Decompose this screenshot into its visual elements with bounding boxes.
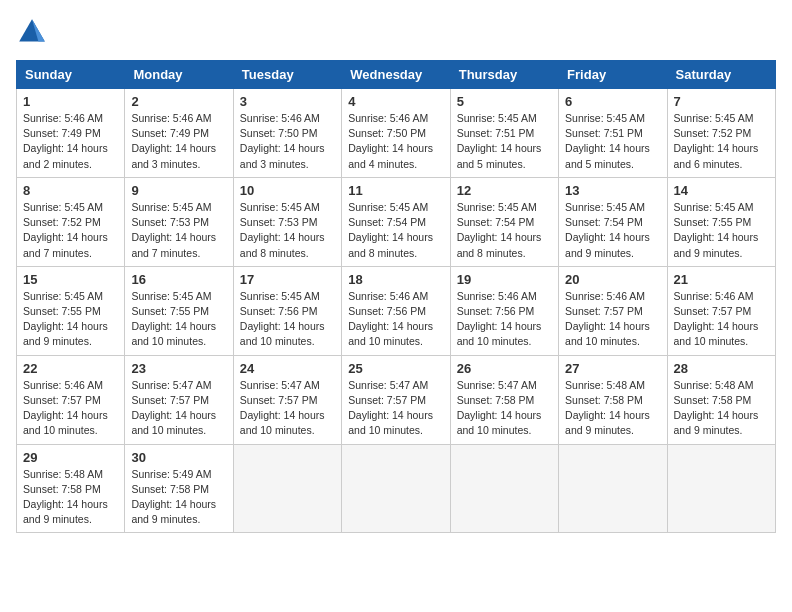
day-info: Sunrise: 5:47 AMSunset: 7:57 PMDaylight:… — [131, 378, 226, 439]
calendar-cell: 30Sunrise: 5:49 AMSunset: 7:58 PMDayligh… — [125, 444, 233, 533]
calendar-table: SundayMondayTuesdayWednesdayThursdayFrid… — [16, 60, 776, 533]
calendar-cell — [559, 444, 667, 533]
day-number: 30 — [131, 450, 226, 465]
day-info: Sunrise: 5:48 AMSunset: 7:58 PMDaylight:… — [23, 467, 118, 528]
calendar-cell: 15Sunrise: 5:45 AMSunset: 7:55 PMDayligh… — [17, 266, 125, 355]
day-info: Sunrise: 5:46 AMSunset: 7:57 PMDaylight:… — [565, 289, 660, 350]
day-info: Sunrise: 5:45 AMSunset: 7:56 PMDaylight:… — [240, 289, 335, 350]
calendar-cell: 9Sunrise: 5:45 AMSunset: 7:53 PMDaylight… — [125, 177, 233, 266]
day-info: Sunrise: 5:48 AMSunset: 7:58 PMDaylight:… — [674, 378, 769, 439]
day-info: Sunrise: 5:45 AMSunset: 7:54 PMDaylight:… — [565, 200, 660, 261]
day-info: Sunrise: 5:49 AMSunset: 7:58 PMDaylight:… — [131, 467, 226, 528]
calendar-cell: 3Sunrise: 5:46 AMSunset: 7:50 PMDaylight… — [233, 89, 341, 178]
calendar-cell — [342, 444, 450, 533]
day-number: 10 — [240, 183, 335, 198]
day-info: Sunrise: 5:45 AMSunset: 7:53 PMDaylight:… — [131, 200, 226, 261]
calendar-cell: 7Sunrise: 5:45 AMSunset: 7:52 PMDaylight… — [667, 89, 775, 178]
day-number: 6 — [565, 94, 660, 109]
day-info: Sunrise: 5:46 AMSunset: 7:49 PMDaylight:… — [23, 111, 118, 172]
calendar-week-1: 1Sunrise: 5:46 AMSunset: 7:49 PMDaylight… — [17, 89, 776, 178]
calendar-week-2: 8Sunrise: 5:45 AMSunset: 7:52 PMDaylight… — [17, 177, 776, 266]
day-info: Sunrise: 5:46 AMSunset: 7:50 PMDaylight:… — [240, 111, 335, 172]
day-number: 5 — [457, 94, 552, 109]
day-number: 18 — [348, 272, 443, 287]
day-number: 15 — [23, 272, 118, 287]
calendar-cell: 2Sunrise: 5:46 AMSunset: 7:49 PMDaylight… — [125, 89, 233, 178]
day-info: Sunrise: 5:47 AMSunset: 7:58 PMDaylight:… — [457, 378, 552, 439]
calendar-week-4: 22Sunrise: 5:46 AMSunset: 7:57 PMDayligh… — [17, 355, 776, 444]
page-header — [16, 16, 776, 48]
day-number: 25 — [348, 361, 443, 376]
calendar-cell: 18Sunrise: 5:46 AMSunset: 7:56 PMDayligh… — [342, 266, 450, 355]
day-number: 12 — [457, 183, 552, 198]
day-info: Sunrise: 5:46 AMSunset: 7:49 PMDaylight:… — [131, 111, 226, 172]
day-number: 3 — [240, 94, 335, 109]
logo — [16, 16, 52, 48]
day-info: Sunrise: 5:47 AMSunset: 7:57 PMDaylight:… — [348, 378, 443, 439]
day-info: Sunrise: 5:46 AMSunset: 7:56 PMDaylight:… — [457, 289, 552, 350]
day-info: Sunrise: 5:45 AMSunset: 7:55 PMDaylight:… — [131, 289, 226, 350]
day-info: Sunrise: 5:45 AMSunset: 7:51 PMDaylight:… — [457, 111, 552, 172]
logo-icon — [16, 16, 48, 48]
calendar-cell: 28Sunrise: 5:48 AMSunset: 7:58 PMDayligh… — [667, 355, 775, 444]
calendar-cell: 22Sunrise: 5:46 AMSunset: 7:57 PMDayligh… — [17, 355, 125, 444]
calendar-cell: 13Sunrise: 5:45 AMSunset: 7:54 PMDayligh… — [559, 177, 667, 266]
day-info: Sunrise: 5:45 AMSunset: 7:55 PMDaylight:… — [674, 200, 769, 261]
calendar-cell: 10Sunrise: 5:45 AMSunset: 7:53 PMDayligh… — [233, 177, 341, 266]
day-number: 1 — [23, 94, 118, 109]
calendar-cell: 29Sunrise: 5:48 AMSunset: 7:58 PMDayligh… — [17, 444, 125, 533]
col-header-tuesday: Tuesday — [233, 61, 341, 89]
col-header-thursday: Thursday — [450, 61, 558, 89]
day-number: 27 — [565, 361, 660, 376]
day-info: Sunrise: 5:46 AMSunset: 7:57 PMDaylight:… — [23, 378, 118, 439]
calendar-cell — [667, 444, 775, 533]
day-number: 9 — [131, 183, 226, 198]
calendar-cell: 23Sunrise: 5:47 AMSunset: 7:57 PMDayligh… — [125, 355, 233, 444]
day-info: Sunrise: 5:45 AMSunset: 7:55 PMDaylight:… — [23, 289, 118, 350]
day-number: 13 — [565, 183, 660, 198]
day-number: 24 — [240, 361, 335, 376]
calendar-cell: 26Sunrise: 5:47 AMSunset: 7:58 PMDayligh… — [450, 355, 558, 444]
day-info: Sunrise: 5:45 AMSunset: 7:54 PMDaylight:… — [457, 200, 552, 261]
day-number: 4 — [348, 94, 443, 109]
calendar-cell: 20Sunrise: 5:46 AMSunset: 7:57 PMDayligh… — [559, 266, 667, 355]
day-info: Sunrise: 5:45 AMSunset: 7:54 PMDaylight:… — [348, 200, 443, 261]
calendar-cell: 12Sunrise: 5:45 AMSunset: 7:54 PMDayligh… — [450, 177, 558, 266]
calendar-cell — [450, 444, 558, 533]
calendar-cell: 11Sunrise: 5:45 AMSunset: 7:54 PMDayligh… — [342, 177, 450, 266]
day-info: Sunrise: 5:45 AMSunset: 7:52 PMDaylight:… — [674, 111, 769, 172]
day-number: 22 — [23, 361, 118, 376]
calendar-cell: 6Sunrise: 5:45 AMSunset: 7:51 PMDaylight… — [559, 89, 667, 178]
calendar-cell: 5Sunrise: 5:45 AMSunset: 7:51 PMDaylight… — [450, 89, 558, 178]
day-number: 14 — [674, 183, 769, 198]
day-number: 23 — [131, 361, 226, 376]
calendar-week-5: 29Sunrise: 5:48 AMSunset: 7:58 PMDayligh… — [17, 444, 776, 533]
col-header-saturday: Saturday — [667, 61, 775, 89]
calendar-cell: 16Sunrise: 5:45 AMSunset: 7:55 PMDayligh… — [125, 266, 233, 355]
day-number: 17 — [240, 272, 335, 287]
col-header-wednesday: Wednesday — [342, 61, 450, 89]
calendar-week-3: 15Sunrise: 5:45 AMSunset: 7:55 PMDayligh… — [17, 266, 776, 355]
calendar-header-row: SundayMondayTuesdayWednesdayThursdayFrid… — [17, 61, 776, 89]
calendar-cell: 25Sunrise: 5:47 AMSunset: 7:57 PMDayligh… — [342, 355, 450, 444]
day-info: Sunrise: 5:48 AMSunset: 7:58 PMDaylight:… — [565, 378, 660, 439]
calendar-cell: 4Sunrise: 5:46 AMSunset: 7:50 PMDaylight… — [342, 89, 450, 178]
day-number: 8 — [23, 183, 118, 198]
day-number: 16 — [131, 272, 226, 287]
day-number: 21 — [674, 272, 769, 287]
calendar-cell: 17Sunrise: 5:45 AMSunset: 7:56 PMDayligh… — [233, 266, 341, 355]
calendar-cell: 1Sunrise: 5:46 AMSunset: 7:49 PMDaylight… — [17, 89, 125, 178]
calendar-cell: 21Sunrise: 5:46 AMSunset: 7:57 PMDayligh… — [667, 266, 775, 355]
calendar-cell — [233, 444, 341, 533]
day-number: 20 — [565, 272, 660, 287]
day-number: 28 — [674, 361, 769, 376]
day-number: 29 — [23, 450, 118, 465]
day-number: 11 — [348, 183, 443, 198]
day-number: 2 — [131, 94, 226, 109]
day-number: 19 — [457, 272, 552, 287]
day-info: Sunrise: 5:46 AMSunset: 7:57 PMDaylight:… — [674, 289, 769, 350]
calendar-cell: 19Sunrise: 5:46 AMSunset: 7:56 PMDayligh… — [450, 266, 558, 355]
day-info: Sunrise: 5:46 AMSunset: 7:50 PMDaylight:… — [348, 111, 443, 172]
col-header-friday: Friday — [559, 61, 667, 89]
calendar-cell: 24Sunrise: 5:47 AMSunset: 7:57 PMDayligh… — [233, 355, 341, 444]
